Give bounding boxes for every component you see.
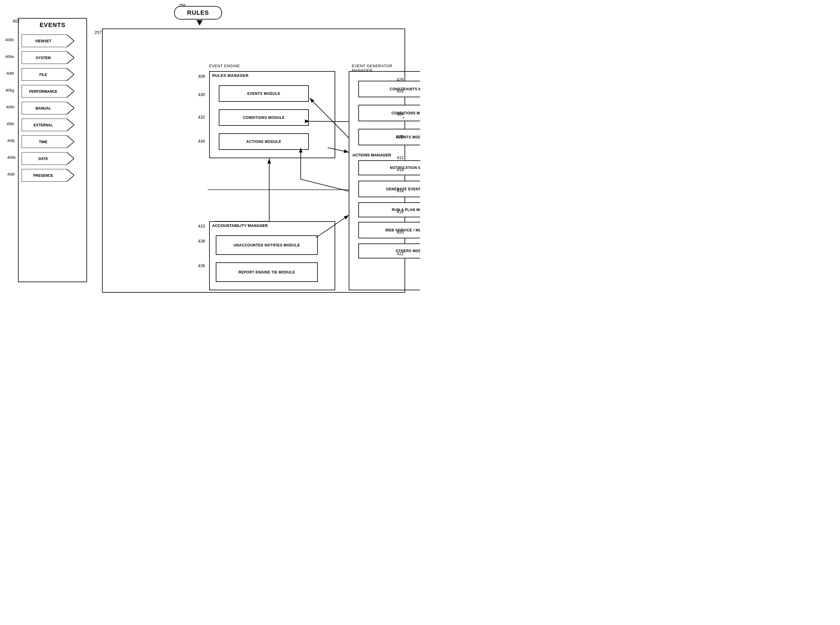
ref-428: 428 — [397, 77, 404, 82]
ref-424: 424 — [397, 112, 404, 117]
ref-406h: 406h — [6, 105, 15, 109]
ref-257: 257 — [95, 30, 101, 35]
ref-418: 418 — [397, 209, 404, 214]
run-a-plan-module: RUN A PLAN MODULE — [358, 202, 420, 217]
svg-marker-4 — [22, 68, 74, 81]
rules-bubble: RULES — [174, 6, 222, 20]
rules-arrow-down — [197, 20, 203, 25]
actions-module-rm: ACTIONS MODULE — [219, 133, 309, 150]
performance-arrow: PERFORMANCE — [22, 85, 74, 98]
events-module-rm: EVENTS MODULE — [219, 85, 309, 102]
report-engine-tie-module: REPORT ENGINE TIE MODULE — [216, 262, 318, 282]
egm-outer-box: CONSTRAINTS MODULE CONDITIONS MODULE EVE… — [349, 71, 420, 290]
events-panel: EVENTS 406b VIEWSET 406e SYSTEM 40 — [18, 18, 87, 282]
accountability-title: ACCOUNTABILITY MANAGER — [210, 222, 335, 229]
ref-430: 430 — [198, 92, 205, 97]
notification-module-label: NOTIFICATION MODULE — [390, 166, 420, 170]
ref-406e: 406e — [5, 54, 14, 59]
ref-408: 408 — [198, 74, 205, 79]
ref-406k: 406k — [7, 155, 16, 160]
svg-line-26 — [301, 179, 349, 191]
event-engine-label: EVENT ENGINE — [209, 64, 240, 68]
ref-436: 436 — [198, 263, 205, 268]
conditions-module-rm: CONDITIONS MODULE — [219, 109, 309, 126]
ref-438: 438 — [198, 239, 205, 244]
report-engine-tie-label: REPORT ENGINE TIE MODULE — [239, 270, 295, 274]
ref-406b: 406b — [5, 37, 14, 42]
file-arrow: FILE — [22, 68, 74, 81]
svg-text:SYSTEM: SYSTEM — [36, 56, 50, 60]
web-service-mq-module: WEB SERVICE / MQ MODULE — [358, 222, 420, 238]
ref-434: 434 — [198, 139, 205, 143]
ref-406f: 406f — [6, 71, 14, 76]
svg-text:PRESENCE: PRESENCE — [33, 174, 53, 178]
conditions-module-egm: CONDITIONS MODULE — [358, 105, 420, 121]
ref-410: 410 — [198, 224, 205, 229]
ref-416: 416 — [397, 167, 404, 172]
external-arrow: EXTERNAL — [22, 118, 74, 131]
event-items-list: 406b VIEWSET 406e SYSTEM 406f FI — [19, 31, 87, 185]
rules-label: RULES — [187, 9, 209, 16]
list-item: 406j TIME — [22, 135, 74, 148]
constraints-module-label: CONSTRAINTS MODULE — [390, 87, 421, 91]
notification-module: NOTIFICATION MODULE — [358, 160, 420, 175]
list-item: 406b VIEWSET — [22, 34, 74, 47]
ref-422: 422 — [397, 251, 404, 256]
list-item: 406i EXTERNAL — [22, 118, 74, 131]
ref-420: 420 — [397, 230, 404, 235]
rules-manager-title: RULES MANAGER — [210, 72, 335, 79]
svg-text:FILE: FILE — [39, 73, 47, 77]
svg-text:DATE: DATE — [39, 157, 48, 161]
conditions-module-rm-label: CONDITIONS MODULE — [243, 115, 284, 120]
unaccounted-notifies-module: UNACCOUNTED NOTIFIES MODULE — [216, 235, 318, 255]
unaccounted-notifies-label: UNACCOUNTED NOTIFIES MODULE — [233, 243, 300, 247]
system-arrow: SYSTEM — [22, 51, 74, 64]
ref-406g: 406g — [5, 88, 14, 92]
ref-425: 425 — [397, 134, 404, 139]
ref-406i: 406i — [6, 121, 14, 126]
events-module-rm-label: EVENTS MODULE — [247, 92, 280, 96]
viewset-arrow: VIEWSET — [22, 34, 74, 47]
list-item: 406e SYSTEM — [22, 51, 74, 64]
svg-marker-12 — [22, 135, 74, 148]
list-item: 406g PERFORMANCE — [22, 85, 74, 98]
ref-412: 412 — [397, 155, 404, 160]
svg-text:TIME: TIME — [39, 140, 48, 144]
generate-event-module: GENERATE EVENT MODULE — [358, 181, 420, 197]
rules-manager-box: RULES MANAGER EVENTS MODULE CONDITIONS M… — [209, 71, 335, 158]
rules-box: EVENT ENGINE EVENT GENERATOR MANAGER RUL… — [102, 28, 405, 293]
list-item: 406h MANUAL — [22, 102, 74, 114]
ref-414: 414 — [397, 188, 404, 193]
actions-module-rm-label: ACTIONS MODULE — [246, 140, 281, 144]
manual-arrow: MANUAL — [22, 102, 74, 114]
svg-text:MANUAL: MANUAL — [36, 106, 51, 110]
list-item: 406f FILE — [22, 68, 74, 81]
events-module-egm: EVENTS MODULE — [358, 129, 420, 145]
svg-text:VIEWSET: VIEWSET — [35, 39, 51, 43]
svg-text:EXTERNAL: EXTERNAL — [34, 123, 53, 127]
actions-manager-label: ACTIONS MANAGER — [352, 153, 391, 157]
accountability-manager-box: ACCOUNTABILITY MANAGER UNACCOUNTED NOTIF… — [209, 221, 335, 290]
list-item: 406k DATE — [22, 152, 74, 165]
ref-406j: 406j — [7, 138, 15, 143]
diagram: 402 256 257 EVENTS 406b VIEWSET 406e SYS… — [0, 0, 420, 312]
others-module: OTHERS MODULE — [358, 244, 420, 258]
list-item: 406l PRESENCE — [22, 169, 74, 182]
conditions-module-egm-label: CONDITIONS MODULE — [391, 111, 420, 115]
ref-426: 426 — [397, 89, 404, 93]
constraints-module: CONSTRAINTS MODULE — [358, 81, 420, 97]
svg-text:PERFORMANCE: PERFORMANCE — [29, 89, 57, 94]
presence-arrow: PRESENCE — [22, 169, 74, 182]
ref-432: 432 — [198, 115, 205, 120]
date-arrow: DATE — [22, 152, 74, 165]
events-title: EVENTS — [19, 19, 87, 31]
ref-406l: 406l — [7, 172, 15, 177]
time-arrow: TIME — [22, 135, 74, 148]
run-a-plan-module-label: RUN A PLAN MODULE — [392, 208, 420, 212]
